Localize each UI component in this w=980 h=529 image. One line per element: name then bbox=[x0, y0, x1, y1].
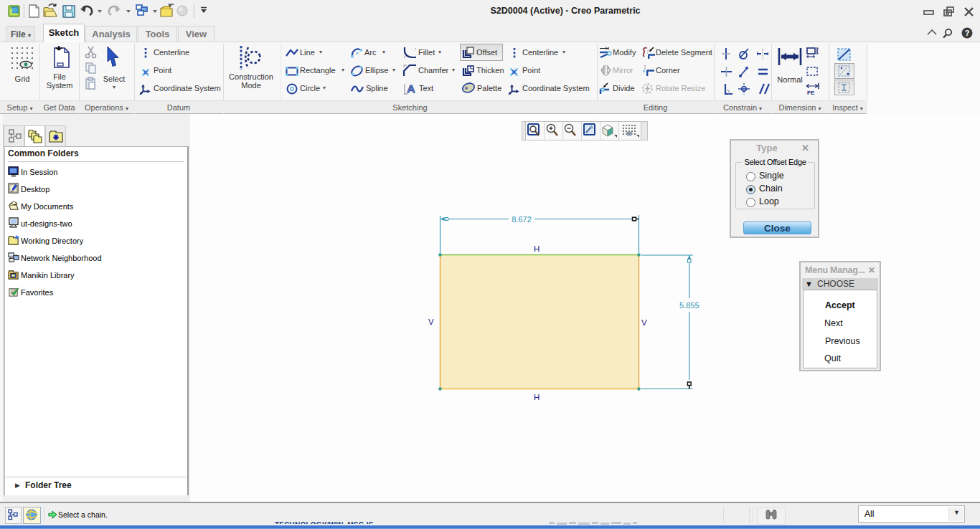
svg-text:8.672: 8.672 bbox=[512, 215, 532, 224]
svg-text:5.855: 5.855 bbox=[679, 301, 699, 310]
svg-text:H: H bbox=[534, 393, 540, 401]
svg-text:V: V bbox=[428, 318, 434, 326]
svg-text:H: H bbox=[534, 244, 540, 253]
svg-text:FE: FE bbox=[807, 90, 815, 95]
svg-text:?: ? bbox=[965, 29, 970, 37]
svg-text:A: A bbox=[407, 82, 415, 95]
svg-text:V: V bbox=[641, 318, 647, 327]
